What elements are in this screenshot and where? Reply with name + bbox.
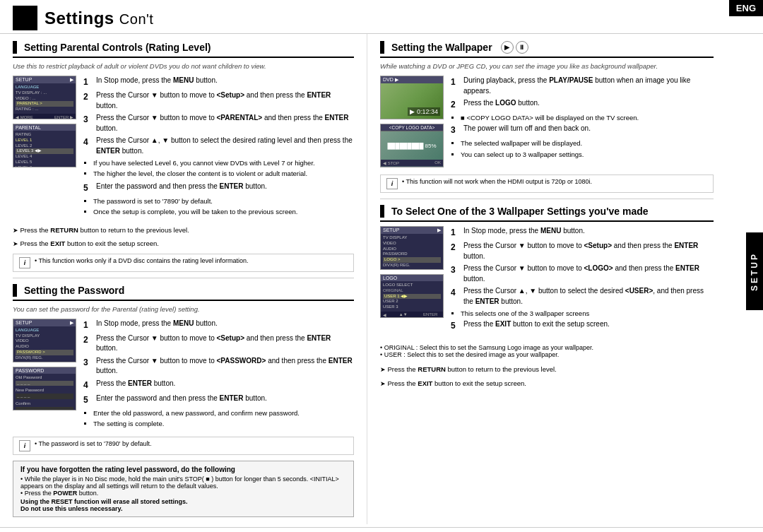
password-screen-2: PASSWORD Old Password _ _ _ _ New Passwo…	[13, 367, 76, 410]
screen2-header: PARENTAL	[13, 124, 76, 131]
right-column: Setting the Wallpaper ▶ ⏸ While watching…	[367, 34, 749, 524]
password-screens: SETUP▶ LANGUAGE TV DISPLAY VIDEO AUDIO P…	[13, 319, 76, 430]
wp-step-3: 3 The power will turn off and then back …	[451, 124, 714, 136]
section-bar-4	[380, 205, 384, 218]
pw-screen1-body: LANGUAGE TV DISPLAY VIDEO AUDIO PASSWORD…	[13, 326, 76, 362]
pw-step-1: 1 In Stop mode, press the MENU button.	[83, 319, 354, 331]
wc-body: █████████ 85%	[381, 131, 443, 160]
wallpaper-screens: DVD ▶ ▶ 0:12:34 <COPY LOGO DATA> ███████…	[380, 76, 444, 167]
title-cont: Con't	[119, 11, 154, 27]
warning-title: If you have forgotten the rating level p…	[20, 466, 346, 473]
password-content: SETUP▶ LANGUAGE TV DISPLAY VIDEO AUDIO P…	[13, 319, 354, 430]
pw-screen2-body: Old Password _ _ _ _ New Password _ _ _ …	[13, 374, 76, 410]
screen2-body: RATING LEVEL 1 LEVEL 2 LEVEL 3 ◀▶ LEVEL …	[13, 131, 76, 167]
pw-step-3: 3 Press the Cursor ▼ button to move to <…	[83, 356, 354, 377]
wallpaper-section-title: Setting the Wallpaper ▶ ⏸	[380, 41, 714, 58]
parental-bullets-4: If you have selected Level 6, you cannot…	[83, 158, 354, 179]
logo-screen2-header: LOGO	[381, 275, 443, 281]
parental-content: SETUP▶ LANGUAGE TV DISPLAY : ... VIDEO :…	[13, 76, 354, 218]
wallpaper-title-text: Setting the Wallpaper	[391, 42, 492, 53]
wallpaper-select-section-title: To Select One of the 3 Wallpaper Setting…	[380, 205, 714, 222]
wp-bullets-3: The selected wallpaper will be displayed…	[451, 138, 714, 160]
parental-subtitle: Use this to restrict playback of adult o…	[13, 62, 354, 70]
wallpaper-select-section: To Select One of the 3 Wallpaper Setting…	[380, 205, 714, 389]
pw-step-5: 5 Enter the password and then press the …	[83, 394, 354, 406]
wallpaper-icon-2: ⏸	[516, 41, 528, 54]
logo-screen1-body: TV DISPLAY VIDEO AUDIO PASSWORD LOGO > D…	[381, 234, 443, 270]
wallpaper-select-screens: SETUP▶ TV DISPLAY VIDEO AUDIO PASSWORD L…	[380, 226, 444, 334]
pw-note-icon: i	[19, 440, 30, 451]
title-black-bar	[13, 6, 37, 30]
section-bar-2	[13, 284, 17, 297]
wallpaper-icon-1: ▶	[501, 41, 514, 54]
pw-screen1-header: SETUP▶	[13, 319, 76, 326]
wp-step-1: 1 During playback, press the PLAY/PAUSE …	[451, 76, 714, 96]
setup-badge: SETUP	[746, 232, 763, 310]
wps-note-2: • USER : Select this to set the desired …	[380, 351, 714, 358]
warning-box: If you have forgotten the rating level p…	[13, 461, 354, 517]
parental-screen-2: PARENTAL RATING LEVEL 1 LEVEL 2 LEVEL 3 …	[13, 124, 76, 167]
parental-step-4: 4 Press the Cursor ▲, ▼ button to select…	[83, 136, 354, 156]
password-section: Setting the Password You can set the pas…	[13, 284, 354, 518]
wps-step-4: 4 Press the Cursor ▲, ▼ button to select…	[451, 286, 714, 307]
eng-badge: ENG	[729, 0, 763, 16]
section-bar	[13, 41, 17, 54]
wallpaper-copy-screen: <COPY LOGO DATA> █████████ 85% ◀ STOPOK	[380, 124, 444, 167]
password-note-text: • The password is set to '7890' by defau…	[35, 440, 152, 447]
wp-header: DVD ▶	[381, 76, 443, 83]
wps-step-5: 5 Press the EXIT button to exit the setu…	[451, 319, 714, 332]
warning-line-1: • While the player is in No Disc mode, h…	[20, 475, 346, 490]
wc-footer: ◀ STOPOK	[381, 160, 443, 166]
logo-screen1-header: SETUP▶	[381, 227, 443, 234]
screen1-header: SETUP▶	[13, 76, 76, 83]
parental-arrow-2: Press the EXIT button to exit the setup …	[13, 238, 354, 249]
screen1-body: LANGUAGE TV DISPLAY : ... VIDEO : ... PA…	[13, 83, 76, 114]
wp-step-2: 2 Press the LOGO button.	[451, 98, 714, 111]
warning-line-3: Using the RESET function will erase all …	[20, 498, 346, 505]
wallpaper-content: DVD ▶ ▶ 0:12:34 <COPY LOGO DATA> ███████…	[380, 76, 714, 167]
pw-step-2: 2 Press the Cursor ▼ button to move to <…	[83, 333, 354, 354]
page-container: ENG Settings Con't Setting Parental Cont…	[0, 0, 763, 532]
password-instructions: 1 In Stop mode, press the MENU button. 2…	[83, 319, 354, 430]
password-title-text: Setting the Password	[24, 285, 124, 296]
logo-screen2-body: LOGO SELECT ORIGINAL USER 1 ◀▶ USER 2 US…	[381, 281, 443, 312]
parental-bullets-5: The password is set to '7890' by default…	[83, 196, 354, 218]
wallpaper-select-instructions: 1 In Stop mode, press the MENU button. 2…	[451, 226, 714, 334]
parental-step-2: 2 Press the Cursor ▼ button to move to <…	[83, 90, 354, 111]
pw-bullets-5: Enter the old password, a new password, …	[83, 408, 354, 430]
parental-step-5: 5 Enter the password and then press the …	[83, 182, 354, 194]
logo-screen-1: SETUP▶ TV DISPLAY VIDEO AUDIO PASSWORD L…	[380, 226, 444, 270]
parental-step-3: 3 Press the Cursor ▼ button to move to <…	[83, 113, 354, 134]
section-bar-3	[380, 41, 384, 54]
parental-arrow-1: Press the RETURN button to return to the…	[13, 225, 354, 235]
divider-1	[13, 278, 354, 278]
wallpaper-instructions: 1 During playback, press the PLAY/PAUSE …	[451, 76, 714, 167]
wps-arrow-2: Press the EXIT button to exit the setup …	[380, 378, 714, 389]
page-numbers: 42 43	[0, 527, 763, 532]
main-content: Setting Parental Controls (Rating Level)…	[0, 34, 763, 524]
wps-step-3: 3 Press the Cursor ▼ button to move to <…	[451, 264, 714, 284]
parental-instructions: 1 In Stop mode, press the MENU button. 2…	[83, 76, 354, 218]
logo-screen2-footer: ◀ MORE▲▼ SELECTENTER ▶	[381, 312, 443, 318]
wc-header: <COPY LOGO DATA>	[381, 124, 443, 131]
wallpaper-select-content: SETUP▶ TV DISPLAY VIDEO AUDIO PASSWORD L…	[380, 226, 714, 334]
wps-note-1: • ORIGINAL : Select this to set the Sams…	[380, 344, 714, 351]
wp-body: ▶ 0:12:34	[381, 83, 443, 119]
wallpaper-note-text: • This function will not work when the H…	[402, 178, 592, 185]
wallpaper-subtitle: While watching a DVD or JPEG CD, you can…	[380, 62, 714, 70]
password-screen-1: SETUP▶ LANGUAGE TV DISPLAY VIDEO AUDIO P…	[13, 319, 76, 362]
parental-screen-1: SETUP▶ LANGUAGE TV DISPLAY : ... VIDEO :…	[13, 76, 76, 119]
wallpaper-select-notes: • ORIGINAL : Select this to set the Sams…	[380, 341, 714, 361]
password-note: i • The password is set to '7890' by def…	[13, 437, 354, 455]
wps-step-1: 1 In Stop mode, press the MENU button.	[451, 226, 714, 239]
page-title: Settings Con't	[45, 8, 153, 28]
password-section-title: Setting the Password	[13, 284, 354, 301]
wps-step-2: 2 Press the Cursor ▼ button to move to <…	[451, 241, 714, 261]
warning-line-2: • Press the POWER button.	[20, 490, 346, 497]
password-subtitle: You can set the password for the Parenta…	[13, 305, 354, 313]
note-icon: i	[19, 257, 30, 268]
wallpaper-note: i • This function will not work when the…	[380, 175, 714, 193]
wps-arrow-1: Press the RETURN button to return to the…	[380, 364, 714, 374]
pw-screen2-header: PASSWORD	[13, 367, 76, 374]
wp-bullets-2: ■ <COPY LOGO DATA> will be displayed on …	[451, 113, 714, 123]
